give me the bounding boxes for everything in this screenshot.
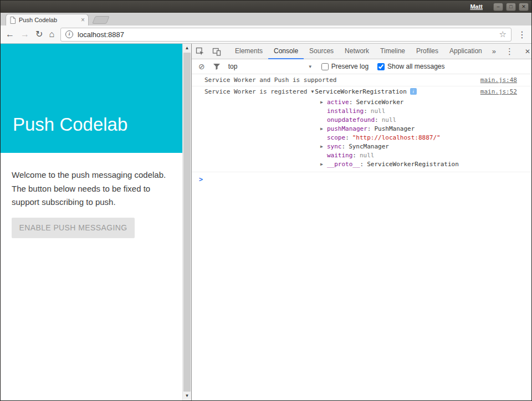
- maximize-button[interactable]: □: [506, 3, 516, 11]
- devtools-tab-sources[interactable]: Sources: [304, 44, 339, 59]
- property-value: SyncManager: [349, 143, 389, 150]
- property-row-installing[interactable]: installing:null: [320, 106, 517, 115]
- object-property-tree: ▶active:ServiceWorker installing:null on…: [320, 97, 517, 168]
- show-all-messages-group: Show all messages: [377, 63, 444, 70]
- page-favicon-icon: [9, 17, 16, 24]
- page-scrollbar[interactable]: ▲ ▼: [182, 44, 191, 400]
- property-value: null: [360, 152, 375, 159]
- colon: :: [375, 116, 378, 124]
- more-tabs-icon[interactable]: »: [488, 47, 500, 55]
- console-message: Service Worker and Push is supported mai…: [192, 74, 531, 86]
- source-link[interactable]: main.js:52: [480, 88, 517, 95]
- page-title: Push Codelab: [13, 114, 127, 135]
- message-text: Service Worker is registered: [204, 88, 307, 95]
- page-hero: Push Codelab: [1, 44, 182, 153]
- property-row-waiting[interactable]: waiting:null: [320, 151, 517, 160]
- console-message: Service Worker is registered ▼ ServiceWo…: [192, 86, 531, 172]
- devtools-panel: Elements Console Sources Network Timelin…: [191, 44, 531, 400]
- devtools-tab-profiles[interactable]: Profiles: [411, 44, 444, 59]
- disclosure-triangle-icon[interactable]: ▶: [320, 126, 327, 131]
- tab-close-icon[interactable]: ×: [81, 17, 85, 23]
- tab-strip: Push Codelab ×: [1, 13, 531, 25]
- show-all-messages-checkbox[interactable]: [377, 63, 385, 70]
- bookmark-star-icon[interactable]: ☆: [499, 29, 507, 39]
- address-bar[interactable]: i localhost:8887 ☆: [60, 28, 511, 42]
- devtools-menu-icon[interactable]: ⋮: [500, 47, 519, 56]
- devtools-tab-elements[interactable]: Elements: [229, 44, 268, 59]
- property-row-scope[interactable]: scope:"http://localhost:8887/": [320, 133, 517, 142]
- disclosure-triangle-icon[interactable]: ▶: [320, 162, 327, 167]
- colon: :: [367, 125, 371, 132]
- devtools-tab-network[interactable]: Network: [339, 44, 375, 59]
- home-icon[interactable]: ⌂: [49, 30, 54, 39]
- property-name: scope: [327, 134, 345, 141]
- console-prompt-chevron-icon: >: [199, 176, 203, 183]
- filter-icon[interactable]: [213, 63, 221, 70]
- colon: :: [352, 152, 356, 159]
- browser-toolbar: ← → ↻ ⌂ i localhost:8887 ☆ ⋮: [1, 25, 531, 44]
- preserve-log-label: Preserve log: [331, 63, 369, 70]
- context-value: top: [228, 63, 238, 70]
- scrollbar-thumb[interactable]: [183, 53, 191, 392]
- execution-context-select[interactable]: top ▼: [228, 63, 313, 70]
- devtools-tab-timeline[interactable]: Timeline: [375, 44, 411, 59]
- browser-tab-push-codelab[interactable]: Push Codelab ×: [6, 14, 89, 25]
- colon: :: [345, 134, 349, 141]
- browser-menu-icon[interactable]: ⋮: [518, 29, 526, 40]
- property-name: __proto__: [327, 161, 360, 168]
- devtools-tab-console[interactable]: Console: [268, 44, 304, 59]
- device-toolbar-icon[interactable]: [208, 47, 225, 56]
- property-value: null: [382, 116, 397, 124]
- scroll-down-icon[interactable]: ▼: [183, 392, 191, 400]
- property-row-onupdatefound[interactable]: onupdatefound:null: [320, 115, 517, 124]
- property-row-pushmanager[interactable]: ▶pushManager:PushManager: [320, 124, 517, 133]
- site-info-icon[interactable]: i: [65, 30, 73, 38]
- show-all-messages-label: Show all messages: [387, 63, 444, 70]
- minimize-button[interactable]: –: [493, 3, 503, 11]
- clear-console-icon[interactable]: ⊘: [198, 62, 205, 71]
- property-name: installing: [327, 107, 364, 115]
- property-value: "http://localhost:8887/": [352, 134, 441, 141]
- forward-icon[interactable]: →: [21, 30, 29, 39]
- property-name: waiting: [327, 152, 352, 159]
- devtools-tabbar: Elements Console Sources Network Timelin…: [192, 44, 531, 59]
- preserve-log-checkbox[interactable]: [321, 63, 329, 70]
- devtools-tab-application[interactable]: Application: [444, 44, 488, 59]
- source-link[interactable]: main.js:48: [480, 76, 517, 84]
- property-value: PushManager: [374, 125, 415, 132]
- preserve-log-group: Preserve log: [321, 63, 369, 70]
- property-row-sync[interactable]: ▶sync:SyncManager: [320, 142, 517, 151]
- console-messages: Service Worker and Push is supported mai…: [192, 74, 531, 400]
- page-paragraph: Welcome to the push messaging codelab. T…: [12, 168, 178, 209]
- object-class-name[interactable]: ServiceWorkerRegistration: [315, 88, 407, 95]
- property-name: onupdatefound: [327, 116, 375, 124]
- devtools-close-icon[interactable]: ✕: [519, 48, 532, 55]
- reload-icon[interactable]: ↻: [35, 30, 43, 39]
- property-row-proto[interactable]: ▶__proto__:ServiceWorkerRegistration: [320, 160, 517, 168]
- scroll-up-icon[interactable]: ▲: [183, 44, 191, 53]
- info-icon: i: [410, 88, 417, 95]
- disclosure-triangle-icon[interactable]: ▶: [320, 100, 327, 105]
- disclosure-triangle-expanded-icon[interactable]: ▼: [311, 89, 314, 94]
- window-titlebar: Matt – □ ✕: [1, 1, 531, 13]
- close-button[interactable]: ✕: [519, 3, 529, 11]
- content-area: Push Codelab Welcome to the push messagi…: [1, 44, 531, 400]
- inspect-element-icon[interactable]: [192, 47, 208, 56]
- enable-push-button[interactable]: ENABLE PUSH MESSAGING: [12, 218, 135, 238]
- browser-window: Matt – □ ✕ Push Codelab × ← → ↻ ⌂ i loca…: [0, 0, 532, 401]
- property-row-active[interactable]: ▶active:ServiceWorker: [320, 97, 517, 106]
- console-prompt[interactable]: >: [192, 172, 531, 187]
- new-tab-button[interactable]: [92, 16, 110, 24]
- chevron-down-icon: ▼: [308, 64, 313, 69]
- property-name: sync: [327, 143, 342, 150]
- property-name: active: [327, 99, 349, 106]
- property-value: null: [371, 107, 386, 115]
- url-text[interactable]: localhost:8887: [78, 30, 494, 39]
- back-icon[interactable]: ←: [6, 30, 14, 39]
- colon: :: [360, 161, 364, 168]
- console-toolbar: ⊘ top ▼ Preserve log Show all messages: [192, 59, 531, 74]
- property-name: pushManager: [327, 125, 367, 132]
- username-label: Matt: [470, 3, 483, 10]
- disclosure-triangle-icon[interactable]: ▶: [320, 144, 327, 149]
- property-value: ServiceWorkerRegistration: [367, 161, 459, 168]
